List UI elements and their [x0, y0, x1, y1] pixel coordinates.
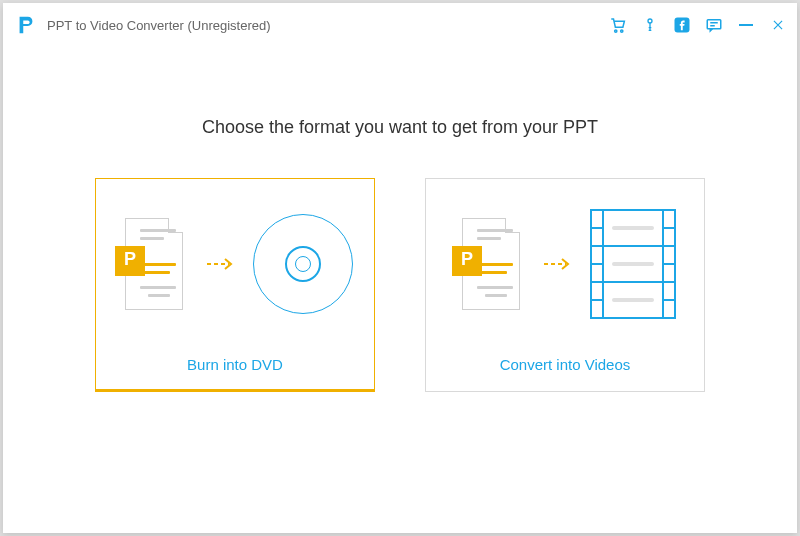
page-heading: Choose the format you want to get from y…: [202, 117, 598, 138]
titlebar: PPT to Video Converter (Unregistered): [3, 3, 797, 47]
option-video-illustration: P: [426, 179, 704, 338]
format-options: P Burn into DVD: [95, 178, 705, 392]
option-convert-video[interactable]: P Convert into Videos: [425, 178, 705, 392]
titlebar-actions: [609, 16, 787, 34]
feedback-icon[interactable]: [705, 16, 723, 34]
key-icon[interactable]: [641, 16, 659, 34]
svg-point-2: [648, 19, 652, 23]
svg-point-0: [615, 30, 617, 32]
minimize-button[interactable]: [737, 16, 755, 34]
app-window: PPT to Video Converter (Unregistered) Ch…: [3, 3, 797, 533]
arrow-icon: [542, 256, 572, 272]
option-dvd-label: Burn into DVD: [187, 356, 283, 373]
close-button[interactable]: [769, 16, 787, 34]
main-content: Choose the format you want to get from y…: [3, 47, 797, 533]
arrow-icon: [205, 256, 235, 272]
window-title: PPT to Video Converter (Unregistered): [47, 18, 271, 33]
disc-icon: [253, 214, 353, 314]
cart-icon[interactable]: [609, 16, 627, 34]
minimize-icon: [739, 24, 753, 26]
app-logo-icon: [15, 14, 37, 36]
facebook-icon[interactable]: [673, 16, 691, 34]
ppt-document-icon: P: [454, 218, 524, 310]
option-video-label: Convert into Videos: [500, 356, 631, 373]
video-reel-icon: [590, 209, 676, 319]
option-dvd-illustration: P: [96, 179, 374, 338]
svg-point-1: [621, 30, 623, 32]
ppt-document-icon: P: [117, 218, 187, 310]
option-burn-dvd[interactable]: P Burn into DVD: [95, 178, 375, 392]
svg-rect-4: [707, 20, 721, 29]
